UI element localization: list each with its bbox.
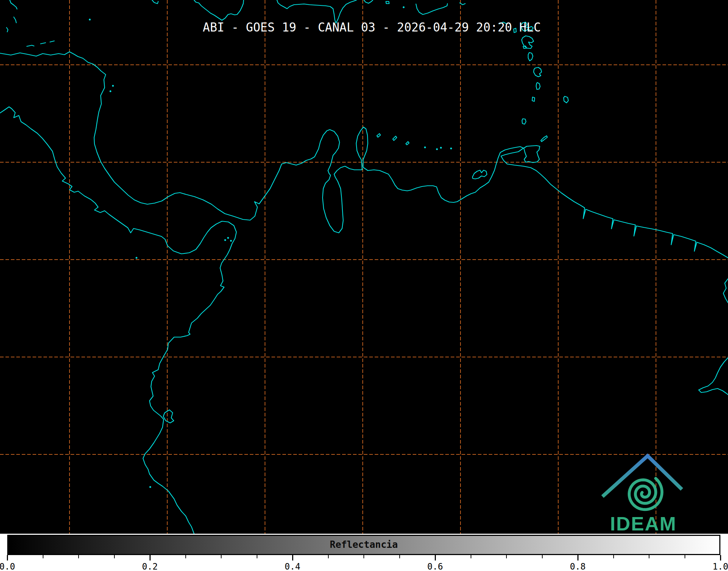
colorbar-minor-tick bbox=[685, 555, 685, 558]
product-title: ABI - GOES 19 - CANAL 03 - 2026-04-29 20… bbox=[203, 20, 541, 34]
colorbar-minor-tick bbox=[613, 555, 614, 558]
colorbar-major-tick bbox=[435, 555, 436, 560]
colorbar-tick-label: 0.2 bbox=[142, 562, 157, 571]
colorbar-minor-tick bbox=[257, 555, 257, 558]
island-dot bbox=[450, 148, 452, 150]
colorbar-minor-tick bbox=[649, 555, 649, 558]
colorbar-minor-tick bbox=[363, 555, 364, 558]
island-dot bbox=[424, 147, 426, 148]
colorbar-tick-label: 0.4 bbox=[285, 562, 300, 571]
colorbar-minor-tick bbox=[328, 555, 329, 558]
colorbar-minor-tick bbox=[221, 555, 222, 558]
island-dot bbox=[89, 19, 91, 21]
colorbar-tick-label: 1.0 bbox=[712, 562, 728, 571]
map-area: IDEAM ABI - GOES 19 - CANAL 03 - 2026-04… bbox=[0, 0, 728, 534]
colorbar-minor-tick bbox=[114, 555, 115, 558]
ideam-logo-text: IDEAM bbox=[610, 513, 677, 534]
colorbar-minor-tick bbox=[471, 555, 471, 558]
map-svg: IDEAM bbox=[0, 0, 728, 534]
colorbar-area: Reflectancia 0.00.20.40.60.81.0 bbox=[0, 534, 728, 571]
island-dot bbox=[224, 239, 226, 241]
colorbar-tick-label: 0.8 bbox=[570, 562, 585, 571]
colorbar-tick-label: 0.6 bbox=[427, 562, 443, 571]
colorbar-minor-tick bbox=[78, 555, 79, 558]
island-dot bbox=[230, 240, 232, 242]
colorbar-major-tick bbox=[7, 555, 8, 560]
colorbar-minor-tick bbox=[185, 555, 186, 558]
island-dot bbox=[403, 7, 405, 8]
island-dot bbox=[110, 91, 111, 92]
map-background bbox=[0, 0, 728, 534]
colorbar-minor-tick bbox=[542, 555, 543, 558]
colorbar-major-tick bbox=[577, 555, 578, 560]
island-dot bbox=[436, 148, 438, 150]
satellite-product-screen: IDEAM ABI - GOES 19 - CANAL 03 - 2026-04… bbox=[0, 0, 728, 571]
island-dot bbox=[440, 147, 442, 149]
colorbar-major-tick bbox=[292, 555, 293, 560]
colorbar-minor-tick bbox=[399, 555, 400, 558]
colorbar-minor-tick bbox=[43, 555, 43, 558]
island-dot bbox=[150, 486, 151, 488]
island-dot bbox=[136, 257, 138, 259]
colorbar-major-tick bbox=[720, 555, 721, 560]
island-dot bbox=[112, 85, 114, 87]
colorbar-label: Reflectancia bbox=[330, 539, 398, 550]
island-dot bbox=[227, 237, 229, 239]
colorbar-tick-label: 0.0 bbox=[0, 562, 15, 571]
colorbar-minor-tick bbox=[506, 555, 507, 558]
colorbar-major-tick bbox=[150, 555, 151, 560]
